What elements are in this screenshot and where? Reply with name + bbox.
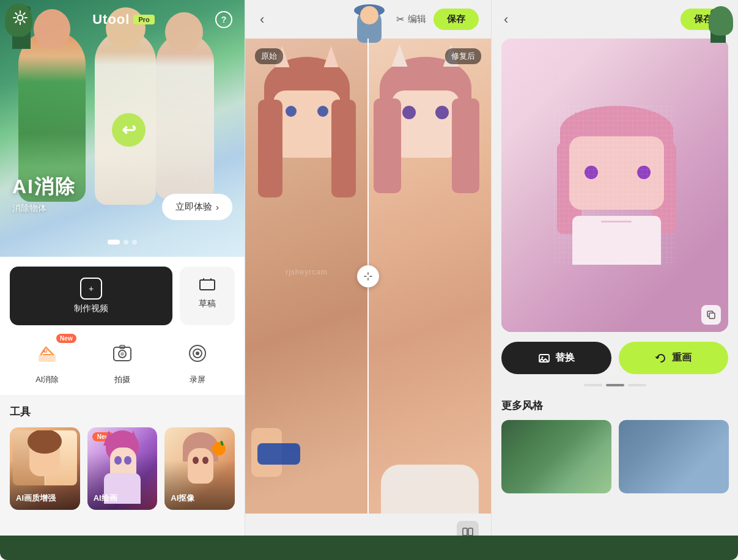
create-video-button[interactable]: + 制作视频 [10, 267, 172, 325]
after-eye-right [435, 106, 449, 119]
before-face-area [245, 39, 368, 514]
tool-card-enhance-label: AI画质增强 [16, 493, 56, 504]
dot-2[interactable] [124, 240, 128, 245]
before-eye-left [286, 106, 297, 117]
before-hair-right [331, 100, 356, 197]
replace-button[interactable]: 替换 [501, 342, 611, 374]
svg-rect-12 [468, 528, 473, 536]
after-face-skin [392, 90, 459, 158]
help-label: ? [221, 15, 227, 24]
draft-icon [199, 278, 216, 295]
carousel-dots [108, 240, 137, 245]
create-video-label: 制作视频 [74, 303, 108, 314]
tools-section-label: 工具 [10, 405, 235, 419]
after-face-shape [383, 57, 468, 179]
logo-text: Utool [92, 12, 130, 28]
draft-button[interactable]: 草稿 [180, 267, 235, 325]
edit-icon-area: ✂ 编辑 [396, 13, 426, 25]
edit-label: 编辑 [408, 13, 426, 25]
after-hair-right [452, 98, 479, 193]
comparison-container: 原始 修复后 rjsheyrcam [245, 39, 491, 514]
transform-arrow: ↩ [112, 113, 146, 147]
style-thumb-1[interactable] [501, 420, 611, 493]
right-back-button[interactable]: ‹ [504, 12, 508, 28]
pixel-overlay [554, 106, 676, 265]
person-after [156, 34, 214, 199]
replace-label: 替换 [555, 352, 575, 364]
pixel-art-display [501, 39, 728, 332]
action-row: + 制作视频 草稿 [0, 257, 245, 333]
hero-title: AI消除 消除物体 [12, 174, 76, 214]
tool-card-paint-label: AI绘画 [94, 493, 117, 504]
right-back-icon: ‹ [504, 12, 508, 27]
pixel-face [554, 106, 676, 265]
hero-main-title: AI消除 [12, 174, 76, 201]
style-thumb-2[interactable] [619, 420, 729, 493]
image-comparison-area: 原始 修复后 rjsheyrcam [245, 39, 491, 514]
svg-point-6 [120, 352, 124, 356]
scissors-icon: ✂ [396, 13, 404, 25]
settings-icon[interactable] [12, 10, 32, 29]
help-icon[interactable]: ? [215, 11, 232, 28]
tool-card-portrait-label: AI抠像 [171, 493, 194, 504]
redraw-button[interactable]: 重画 [619, 342, 729, 374]
progress-dots [492, 381, 738, 394]
right-header: ‹ 保存 [492, 0, 738, 39]
middle-save-label: 保存 [447, 13, 465, 24]
hero-topbar: Utool Pro ? [0, 0, 245, 39]
watermark: rjsheyrcam [286, 268, 328, 276]
divider-handle[interactable] [357, 265, 379, 287]
logo-area: Utool Pro [92, 12, 155, 28]
try-button[interactable]: 立即体验 › [162, 194, 232, 220]
tools-grid: AI画质增强 New AI绘画 [10, 427, 235, 510]
copy-button[interactable] [701, 305, 721, 325]
quick-tool-ai-erase[interactable]: New AI AI消除 [10, 337, 85, 385]
before-eye-right [317, 106, 328, 117]
try-button-arrow: › [216, 202, 219, 212]
tool-card-ai-enhance[interactable]: AI画质增强 [10, 427, 80, 510]
redraw-label: 重画 [672, 352, 692, 364]
record-label: 录屏 [190, 374, 205, 385]
before-face-skin [273, 90, 341, 158]
after-face-area [368, 39, 491, 514]
svg-point-0 [18, 15, 23, 21]
svg-rect-2 [39, 355, 56, 362]
middle-back-button[interactable]: ‹ [257, 9, 267, 30]
tool-card-ai-paint[interactable]: New AI绘画 [87, 427, 158, 510]
record-icon [182, 337, 213, 369]
svg-rect-13 [709, 313, 715, 319]
progress-dot-3 [628, 384, 646, 386]
comparison-divider [367, 39, 369, 514]
progress-dot-2 [606, 384, 624, 386]
plus-icon: + [80, 278, 102, 300]
more-styles-label: 更多风格 [492, 394, 738, 420]
before-face-shape [264, 57, 350, 179]
right-panel: ‹ 保存 [492, 0, 738, 560]
style-thumbnails [492, 420, 738, 493]
quick-tool-record[interactable]: 录屏 [160, 337, 235, 385]
back-icon: ‹ [260, 12, 264, 27]
label-after: 修复后 [445, 48, 481, 64]
svg-point-15 [541, 356, 543, 358]
pro-badge: Pro [133, 15, 154, 24]
after-hair-left [374, 98, 401, 193]
hero-subtitle: 消除物体 [12, 203, 76, 214]
dot-3[interactable] [132, 240, 137, 245]
quick-tools: New AI AI消除 拍摄 [0, 333, 245, 395]
svg-text:AI: AI [42, 348, 47, 354]
draft-label: 草稿 [199, 298, 216, 309]
new-badge-ai-erase: New [56, 334, 76, 343]
result-image-area [501, 39, 728, 332]
dot-1[interactable] [108, 240, 120, 245]
hero-section: ↩ Utool Pro ? AI消除 消除物体 立即体验 [0, 0, 245, 257]
svg-point-10 [196, 352, 199, 355]
progress-dot-1 [584, 384, 602, 386]
left-panel: ↩ Utool Pro ? AI消除 消除物体 立即体验 [0, 0, 245, 560]
middle-save-button[interactable]: 保存 [434, 9, 479, 30]
before-hair-left [258, 100, 282, 197]
quick-tool-photo[interactable]: 拍摄 [85, 337, 160, 385]
action-buttons-row: 替换 重画 [492, 332, 738, 381]
tool-card-ai-portrait[interactable]: AI抠像 [164, 427, 235, 510]
after-eye-left [402, 106, 416, 119]
photo-label: 拍摄 [114, 374, 130, 385]
